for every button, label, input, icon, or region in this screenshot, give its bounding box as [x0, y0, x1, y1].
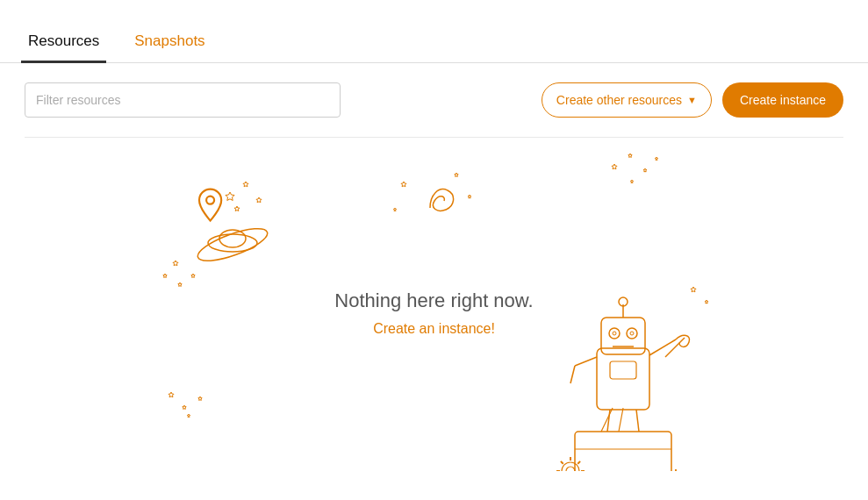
create-other-label: Create other resources — [556, 93, 682, 107]
svg-line-32 — [577, 461, 580, 464]
empty-state: Nothing here right now. Create an instan… — [0, 138, 868, 471]
tab-snapshots[interactable]: Snapshots — [127, 22, 212, 63]
svg-rect-3 — [597, 348, 649, 410]
svg-rect-19 — [575, 432, 671, 471]
svg-point-6 — [619, 297, 628, 306]
svg-point-23 — [562, 462, 579, 471]
chevron-down-icon: ▼ — [687, 95, 697, 105]
create-instance-button[interactable]: Create instance — [722, 82, 843, 118]
svg-line-15 — [649, 339, 676, 355]
toolbar-actions: Create other resources ▼ Create instance — [542, 82, 843, 118]
svg-point-2 — [194, 222, 270, 267]
svg-line-13 — [575, 357, 597, 366]
svg-point-0 — [208, 234, 257, 252]
create-instance-link[interactable]: Create an instance! — [373, 321, 495, 337]
tab-resources[interactable]: Resources — [21, 22, 106, 63]
svg-line-29 — [561, 461, 563, 464]
svg-point-7 — [609, 328, 620, 339]
svg-point-10 — [630, 332, 634, 335]
svg-line-21 — [601, 408, 613, 432]
svg-line-22 — [619, 408, 623, 432]
svg-point-9 — [613, 332, 616, 335]
create-other-resources-button[interactable]: Create other resources ▼ — [542, 82, 712, 118]
empty-heading: Nothing here right now. — [334, 289, 533, 312]
svg-point-1 — [219, 230, 246, 247]
filter-input[interactable] — [25, 82, 341, 118]
svg-rect-12 — [610, 361, 636, 379]
tabs-bar: Resources Snapshots — [0, 0, 868, 63]
svg-point-24 — [566, 467, 575, 471]
svg-line-16 — [665, 343, 679, 357]
svg-line-14 — [570, 366, 575, 383]
svg-line-17 — [607, 410, 610, 432]
svg-rect-4 — [601, 318, 645, 354]
svg-line-18 — [636, 410, 639, 432]
svg-point-8 — [627, 328, 637, 339]
toolbar: Create other resources ▼ Create instance — [0, 63, 868, 137]
